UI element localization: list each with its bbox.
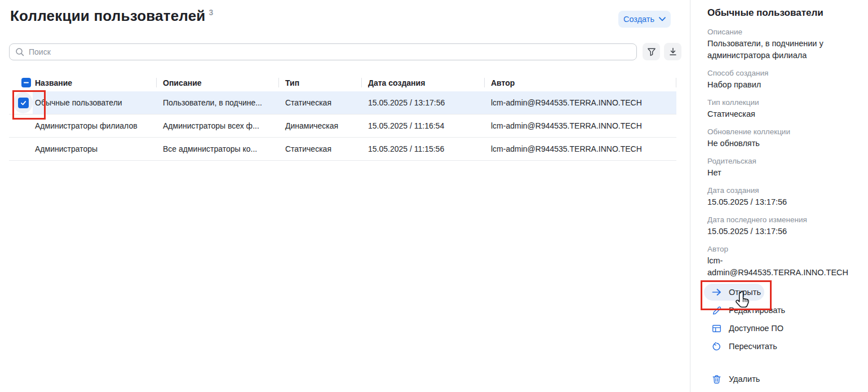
cell-author: lcm-admin@R944535.TERRA.INNO.TECH [484,114,676,137]
search-icon [15,47,24,56]
recalculate-label: Пересчитать [729,342,777,351]
field-collection-update: Обновление коллекции Не обновлять [707,126,863,149]
indeterminate-minus-icon [23,80,29,86]
column-header-type[interactable]: Тип [278,74,361,91]
page-title: Коллекции пользователей3 [10,7,214,25]
field-created-date: Дата создания 15.05.2025 / 13:17:56 [707,185,863,208]
delete-label: Удалить [729,375,760,384]
cell-type: Динамическая [278,114,361,137]
download-icon [668,47,677,56]
delete-button[interactable]: Удалить [704,371,864,387]
cell-name: Администраторы [33,138,156,160]
column-header-author[interactable]: Автор [484,74,676,91]
field-description: Описание Пользователи, в подчинении у ад… [707,27,863,61]
cell-created: 15.05.2025 / 11:15:56 [361,138,484,160]
trash-icon [712,375,721,384]
field-parent: Родительская Нет [707,156,863,179]
create-button-label: Создать [623,15,654,24]
cell-type: Статическая [278,91,361,114]
hand-cursor-icon [734,291,751,312]
collections-table: Название Описание Тип Дата создания Авто… [9,74,676,161]
collections-count-badge: 3 [209,8,214,17]
cell-type: Статическая [278,138,361,160]
cell-created: 15.05.2025 / 11:16:54 [361,114,484,137]
select-all-checkbox[interactable] [21,78,31,87]
column-header-description[interactable]: Описание [156,74,278,91]
cell-name: Обычные пользователи [33,91,156,114]
download-button[interactable] [664,43,681,60]
cell-name: Администраторы филиалов [33,114,156,137]
chevron-down-icon [659,17,666,21]
cell-description: Все администраторы ко... [156,138,278,160]
filter-funnel-icon [647,47,656,56]
details-fields: Описание Пользователи, в подчинении у ад… [707,27,863,285]
table-header-row: Название Описание Тип Дата создания Авто… [9,74,676,91]
filter-button[interactable] [643,43,660,60]
field-modified-date: Дата последнего изменения 15.05.2025 / 1… [707,214,863,237]
annotation-box-checkbox [12,90,46,120]
table-row[interactable]: Администраторы Все администраторы ко... … [9,138,676,161]
cell-description: Администраторы всех ф... [156,114,278,137]
field-collection-type: Тип коллекции Статическая [707,97,863,120]
cell-author: lcm-admin@R944535.TERRA.INNO.TECH [484,138,676,160]
page-title-text: Коллекции пользователей [10,7,206,24]
user-collections-page: Коллекции пользователей3 Создать [0,0,868,392]
field-creation-method: Способ создания Набор правил [707,68,863,91]
search-bar[interactable] [9,43,637,60]
recalculate-button[interactable]: Пересчитать [704,338,864,355]
create-button[interactable]: Создать [618,11,671,28]
field-author: Автор lcm-admin@R944535.TERRA.INNO.TECH [707,244,863,279]
available-software-button[interactable]: Доступное ПО [704,320,864,337]
cell-description: Пользователи, в подчине... [156,91,278,114]
table-row[interactable]: Обычные пользователи Пользователи, в под… [9,91,676,114]
column-header-name[interactable]: Название [33,74,156,91]
table-row[interactable]: Администраторы филиалов Администраторы в… [9,114,676,138]
software-window-icon [712,324,721,333]
refresh-icon [712,342,721,351]
available-software-label: Доступное ПО [729,324,783,333]
details-title: Обычные пользователи [707,7,823,19]
cell-created: 15.05.2025 / 13:17:56 [361,91,484,114]
column-header-created[interactable]: Дата создания [361,74,484,91]
search-input[interactable] [29,47,631,56]
details-panel: Обычные пользователи Описание Пользовате… [690,0,868,392]
cell-author: lcm-admin@R944535.TERRA.INNO.TECH [484,91,676,114]
